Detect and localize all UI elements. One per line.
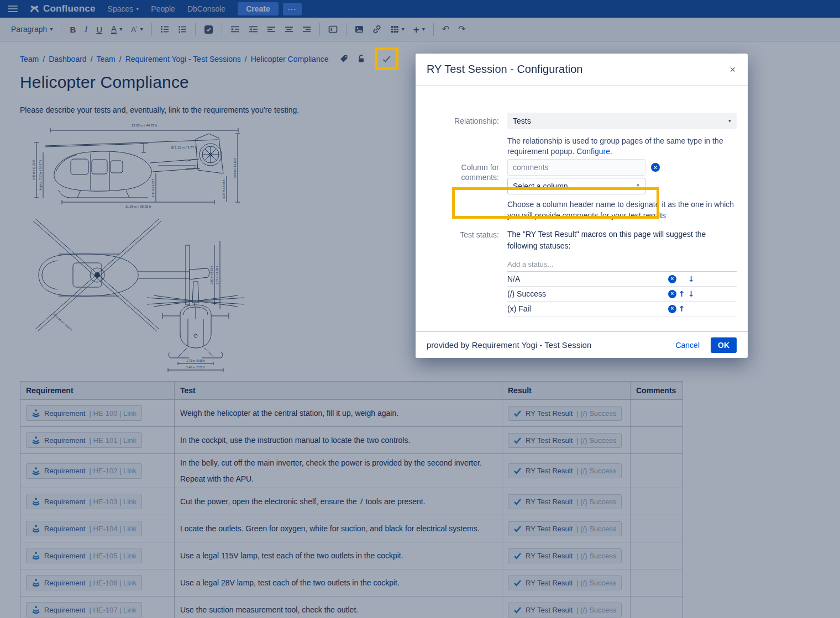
close-icon[interactable]: × [729, 65, 736, 75]
relationship-row: Relationship: Tests ▾ [427, 113, 737, 129]
status-row-success: (/) Success × ↑ ↓ [507, 287, 737, 302]
resolved-check-icon[interactable] [382, 54, 391, 64]
relationship-label: Relationship: [427, 116, 507, 126]
select-a-column-dropdown[interactable]: Select a column ▲▼ [507, 178, 645, 194]
relationship-select[interactable]: Tests ▾ [507, 113, 737, 129]
test-status-label: Test status: [427, 229, 507, 316]
spinner-icon: ▲▼ [636, 183, 640, 189]
ry-test-session-config-dialog: RY Test Session - Configuration × Relati… [416, 54, 748, 358]
provided-by-text: provided by Requirement Yogi - Test Sess… [427, 340, 591, 350]
status-list: N/A × ↓ (/) Success × ↑ ↓ (x) Fail × [507, 258, 737, 316]
dialog-header: RY Test Session - Configuration × [416, 54, 748, 86]
remove-status-icon[interactable]: × [668, 305, 676, 313]
move-up-icon[interactable]: ↑ [679, 289, 685, 298]
ok-button[interactable]: OK [711, 337, 737, 353]
move-down-icon[interactable]: ↓ [688, 289, 695, 298]
status-label: (/) Success [507, 289, 668, 298]
status-label: N/A [507, 274, 668, 283]
test-status-description: The "RY Test Result" macros on this page… [507, 229, 737, 252]
relationship-value: Tests [513, 117, 531, 125]
dialog-footer: provided by Requirement Yogi - Test Sess… [416, 331, 748, 358]
clear-comments-icon[interactable]: × [651, 163, 660, 172]
move-up-icon[interactable]: ↑ [679, 304, 685, 313]
column-comments-label: Column for comments: [427, 159, 507, 194]
comments-column-input[interactable] [507, 159, 645, 176]
configure-link[interactable]: Configure. [576, 147, 612, 156]
chevron-down-icon: ▾ [728, 118, 731, 124]
add-status-input[interactable] [507, 258, 737, 270]
status-label: (x) Fail [507, 304, 668, 313]
remove-status-icon[interactable]: × [668, 275, 676, 283]
move-down-icon[interactable]: ↓ [688, 274, 695, 283]
test-status-row: Test status: The "RY Test Result" macros… [427, 229, 737, 316]
cancel-button[interactable]: Cancel [675, 341, 700, 350]
relationship-help: The relationship is used to group pages … [507, 136, 737, 157]
status-row-fail: (x) Fail × ↑ [507, 302, 737, 316]
annotation-highlight-box [375, 47, 398, 70]
remove-status-icon[interactable]: × [668, 290, 676, 298]
status-row-na: N/A × ↓ [507, 272, 737, 287]
select-a-column-value: Select a column [513, 182, 568, 191]
dialog-body: Relationship: Tests ▾ The relationship i… [416, 86, 748, 331]
column-comments-help: Choose a column header name to designate… [507, 199, 737, 221]
column-comments-row: Column for comments: × Select a column ▲… [427, 159, 737, 194]
dialog-title: RY Test Session - Configuration [427, 63, 582, 76]
